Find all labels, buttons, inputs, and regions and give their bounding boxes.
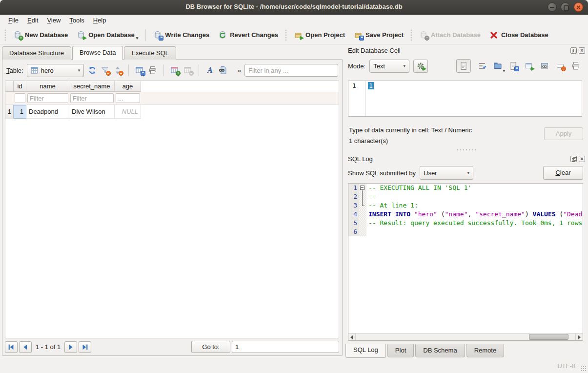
tab-remote[interactable]: Remote [466, 344, 505, 357]
filter-input-name[interactable] [27, 93, 68, 103]
cell-age[interactable]: NULL [115, 105, 141, 119]
menu-view[interactable]: View [42, 16, 65, 25]
sql-source-select[interactable]: User ▾ [420, 166, 473, 180]
grid-header-row: id name secret_name age [5, 81, 339, 92]
data-grid[interactable]: id name secret_name age 1 1 Deadpond Di [5, 81, 339, 338]
cell-secret-name[interactable]: Dive Wilson [69, 105, 115, 119]
text-mode-button[interactable] [456, 59, 471, 73]
cell-id[interactable]: 1 [14, 105, 26, 119]
row-header[interactable]: 1 [5, 105, 14, 119]
first-record-button[interactable] [5, 341, 18, 353]
filter-input-secret-name[interactable] [70, 93, 114, 103]
tab-browse-data[interactable]: Browse Data [72, 46, 123, 60]
table-label: Table: [6, 67, 23, 74]
cell-char-count: 1 character(s) [349, 137, 388, 145]
find-in-table-button[interactable] [218, 64, 227, 77]
set-null-icon[interactable] [556, 62, 565, 70]
new-database-button[interactable]: + New Database [9, 28, 72, 42]
chevron-down-icon: ▾ [78, 68, 81, 73]
word-wrap-icon[interactable] [478, 62, 487, 70]
sql-log-line: 6 [348, 228, 583, 236]
menu-edit[interactable]: Edit [23, 16, 42, 25]
filter-input-age[interactable] [116, 93, 140, 103]
clear-log-button[interactable]: Clear [543, 166, 583, 180]
dock-close-icon[interactable]: × [579, 156, 585, 162]
apply-button[interactable]: Apply [544, 127, 583, 140]
tab-database-structure[interactable]: Database Structure [2, 46, 71, 60]
toolbar-drag-handle[interactable] [410, 29, 413, 41]
dock-float-icon[interactable] [570, 47, 577, 54]
toolbar-drag-handle[interactable] [4, 29, 7, 41]
resize-grip[interactable] [581, 366, 587, 372]
dock-float-icon[interactable] [570, 156, 577, 162]
refresh-button[interactable] [87, 64, 97, 77]
export-file-icon[interactable] [509, 62, 518, 70]
last-record-button[interactable] [79, 341, 91, 353]
table-select[interactable]: hero ▾ [27, 64, 84, 77]
save-table-button[interactable]: ▾ [135, 64, 145, 77]
maximize-icon[interactable] [561, 2, 570, 12]
database-write-icon [153, 31, 162, 40]
save-project-button[interactable]: Save Project [349, 28, 408, 42]
import-file-icon[interactable]: ▾ [493, 62, 502, 70]
show-sql-label: Show SQL submitted by [348, 169, 416, 177]
scroll-left-icon[interactable] [348, 333, 356, 340]
menu-file[interactable]: File [4, 16, 23, 25]
close-database-button[interactable]: Close Database [485, 28, 553, 42]
previous-record-button[interactable] [19, 341, 32, 353]
column-header-id[interactable]: id [14, 81, 26, 92]
scrollbar-thumb[interactable] [529, 334, 569, 340]
minimize-icon[interactable] [547, 2, 557, 12]
sql-log-toolbar: Show SQL submitted by User ▾ Clear [348, 166, 583, 180]
clear-sorting-button[interactable] [113, 64, 122, 77]
sql-log-editor[interactable]: 1 -- EXECUTING ALL IN 'SQL 1' 2 -- 3 -- … [348, 183, 583, 341]
open-database-button[interactable]: Open Database ▾ [72, 28, 142, 42]
dock-splitter-handle[interactable] [457, 148, 476, 151]
clear-filters-button[interactable] [100, 64, 109, 77]
filter-input-id[interactable] [15, 93, 25, 103]
print-button[interactable] [148, 64, 157, 77]
goto-record-input[interactable] [232, 341, 339, 353]
scroll-right-icon[interactable] [575, 333, 583, 340]
tab-plot[interactable]: Plot [387, 344, 414, 357]
toolbar-overflow-icon[interactable]: » [238, 67, 241, 74]
cell-name[interactable]: Deadpond [26, 105, 69, 119]
chevron-down-icon[interactable]: ▾ [136, 36, 139, 41]
dock-close-icon[interactable]: × [579, 47, 585, 54]
open-external-icon[interactable] [525, 62, 533, 70]
tab-sql-log[interactable]: SQL Log [345, 344, 386, 358]
cell-editor-value[interactable]: 1 [368, 82, 374, 89]
last-record-icon [81, 343, 89, 351]
column-header-name[interactable]: name [26, 81, 69, 92]
titlebar[interactable]: DB Browser for SQLite - /home/user/code/… [0, 0, 588, 15]
menu-help[interactable]: Help [89, 16, 111, 25]
column-header-age[interactable]: age [115, 81, 141, 92]
delete-record-button[interactable] [183, 64, 192, 77]
copy-link-icon[interactable] [540, 62, 549, 70]
encoding-label[interactable]: UTF-8 [557, 362, 575, 370]
menu-tools[interactable]: Tools [65, 16, 88, 25]
attach-database-button[interactable]: Attach Database [415, 28, 485, 42]
print-cell-icon[interactable] [571, 62, 580, 70]
revert-changes-button[interactable]: Revert Changes [214, 28, 283, 42]
mode-select[interactable]: Text ▾ [369, 60, 409, 73]
insert-record-button[interactable]: + ▾ [170, 64, 180, 77]
tab-execute-sql[interactable]: Execute SQL [124, 46, 176, 60]
auto-apply-button[interactable] [413, 60, 428, 73]
cell-editor[interactable]: 1 1 [348, 81, 582, 117]
mode-select-value: Text [373, 62, 385, 70]
edit-display-format-button[interactable]: A [205, 64, 215, 77]
toolbar-drag-handle[interactable] [284, 29, 287, 41]
fold-marker-icon [360, 186, 365, 190]
column-header-secret-name[interactable]: secret_name [69, 81, 115, 92]
database-close-icon [489, 31, 498, 40]
goto-button[interactable]: Go to: [191, 341, 230, 353]
close-icon[interactable] [574, 2, 583, 12]
horizontal-scrollbar[interactable] [348, 333, 583, 340]
filter-any-column-input[interactable] [244, 64, 338, 77]
next-record-button[interactable] [64, 341, 77, 353]
open-project-button[interactable]: Open Project [289, 28, 349, 42]
tab-db-schema[interactable]: DB Schema [415, 344, 465, 357]
write-changes-button[interactable]: Write Changes [149, 28, 214, 42]
save-project-label: Save Project [365, 31, 404, 39]
